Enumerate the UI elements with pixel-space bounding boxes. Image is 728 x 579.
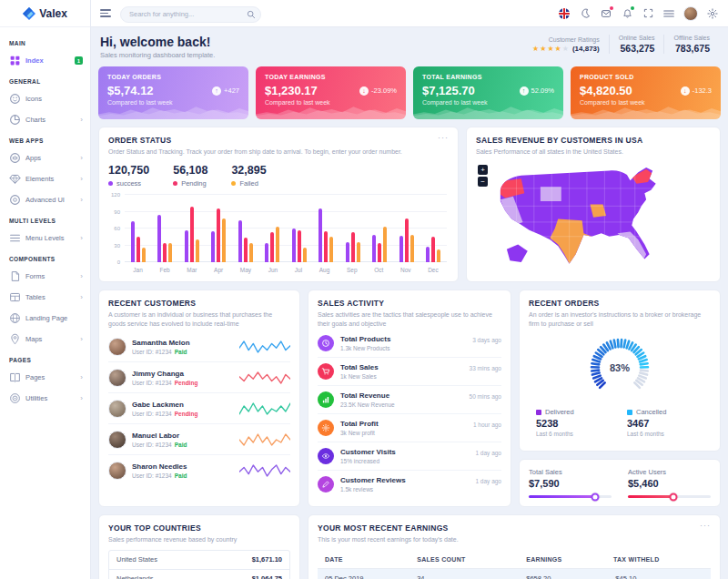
legend-label: Failed bbox=[239, 179, 258, 188]
map-zoom-out-button[interactable]: − bbox=[478, 177, 488, 187]
sidebar-item-utilities[interactable]: Utilities› bbox=[0, 388, 90, 409]
clock-icon bbox=[318, 335, 334, 351]
sidebar-item-charts[interactable]: Charts› bbox=[0, 109, 90, 130]
earnings-table-row: 05 Dec 201934$658.20-$45.10 bbox=[318, 568, 711, 579]
page-title: Hi, welcome back! bbox=[100, 35, 215, 49]
chevron-right-icon: › bbox=[80, 154, 83, 162]
fullscreen-icon[interactable] bbox=[642, 7, 654, 20]
activity-subtitle: 15% increased bbox=[340, 458, 469, 464]
sidebar-item-label: Advanced UI bbox=[25, 196, 76, 204]
sidebar-item-maps[interactable]: Maps› bbox=[0, 329, 90, 350]
sidebar-item-advanced-ui[interactable]: Advanced UI› bbox=[0, 189, 90, 210]
sidebar-item-menu-levels[interactable]: Menu Levels› bbox=[0, 228, 90, 249]
messages-icon[interactable] bbox=[600, 7, 612, 20]
dark-mode-icon[interactable] bbox=[579, 7, 592, 20]
activity-subtitle: 1.3k New Products bbox=[340, 345, 466, 351]
bar-failed bbox=[437, 249, 440, 262]
recent-earnings-title: YOUR MOST RECENT EARNINGS bbox=[318, 523, 711, 533]
slider-handle[interactable] bbox=[670, 493, 678, 501]
legend-head: Delivered bbox=[536, 408, 620, 416]
slider-fill bbox=[628, 495, 673, 498]
sidebar-item-icons[interactable]: Icons bbox=[0, 88, 90, 109]
earnings-table: DATESALES COUNTEARNINGSTAX WITHELD 05 De… bbox=[318, 551, 711, 579]
customer-user-id: User ID: #1234Paid bbox=[132, 472, 234, 479]
customer-info: Jimmy ChangaUser ID: #1234Pending bbox=[132, 370, 234, 386]
sidebar-item-index[interactable]: Index1 bbox=[0, 50, 90, 71]
sidebar-toggle-icon[interactable] bbox=[100, 9, 111, 17]
main-content: Hi, welcome back! Sales monitoring dashb… bbox=[91, 27, 728, 579]
order-status-stat-pending: 56,108Pending bbox=[173, 164, 207, 188]
map-zoom-in-button[interactable]: + bbox=[478, 165, 488, 175]
slider-handle[interactable] bbox=[591, 493, 599, 501]
sales-activity-subtitle: Sales activities are the tactics that sa… bbox=[318, 310, 501, 328]
settings-gear-icon[interactable] bbox=[706, 7, 719, 20]
bar-pending bbox=[190, 207, 194, 263]
language-flag-icon[interactable] bbox=[558, 7, 571, 20]
sidebar-item-badge: 1 bbox=[75, 56, 83, 65]
menu-icon[interactable] bbox=[662, 7, 675, 20]
stat-card-change-badge: ↓-132.3 bbox=[681, 86, 712, 96]
stat-card-1[interactable]: TODAY ORDERS$5,74.12↑+427Compared to las… bbox=[98, 66, 248, 119]
activity-info: Total Products1.3k New Products bbox=[340, 335, 466, 351]
sidebar-item-pages[interactable]: Pages› bbox=[0, 367, 90, 388]
apps-icon bbox=[9, 152, 21, 164]
user-avatar[interactable] bbox=[683, 6, 698, 21]
legend-dot bbox=[231, 181, 236, 186]
activity-list-item: Customer Visits15% increased1 day ago bbox=[318, 442, 501, 471]
chevron-right-icon: › bbox=[80, 293, 83, 301]
stat-card-title: TODAY ORDERS bbox=[107, 74, 239, 80]
usa-map[interactable]: + − bbox=[476, 161, 711, 269]
sliders-row: Total Sales$7,590Active Users$5,460 bbox=[529, 468, 711, 498]
recent-orders-subtitle: An order is an investor's instructions t… bbox=[529, 310, 711, 328]
notifications-icon[interactable] bbox=[621, 7, 633, 20]
bar-group-jul bbox=[292, 195, 307, 262]
recent-earnings-more-icon[interactable]: ··· bbox=[700, 523, 711, 528]
customer-info: Samantha MelonUser ID: #1234Paid bbox=[132, 339, 234, 355]
sidebar-section-title: MAIN bbox=[0, 33, 90, 50]
search-icon[interactable] bbox=[247, 6, 256, 23]
stat-card-3[interactable]: TOTAL EARNINGS$7,125.70↑52.09%Compared t… bbox=[413, 66, 563, 119]
recent-orders-title: RECENT ORDERS bbox=[529, 299, 711, 308]
recent-customers-card: RECENT CUSTOMERS A customer is an indivi… bbox=[98, 290, 300, 507]
globe-icon bbox=[9, 312, 21, 324]
bar-pending bbox=[351, 232, 355, 263]
earnings-tax-cell: -$45.10 bbox=[606, 568, 711, 579]
activity-time: 33 mins ago bbox=[470, 365, 501, 371]
search-input[interactable] bbox=[120, 6, 261, 23]
map-region-alaska[interactable] bbox=[507, 245, 528, 262]
sidebar-item-landing-page[interactable]: Landing Page bbox=[0, 308, 90, 329]
bar-group-mar bbox=[185, 195, 199, 262]
earnings-date-cell: 05 Dec 2019 bbox=[318, 568, 410, 579]
sidebar-section-title: GENERAL bbox=[0, 71, 90, 88]
stat-card-4[interactable]: PRODUCT SOLD$4,820.50↓-132.3Compared to … bbox=[571, 66, 721, 119]
sidebar-item-elements[interactable]: Elements› bbox=[0, 168, 90, 189]
order-status-more-icon[interactable]: ··· bbox=[438, 135, 449, 140]
customer-user-id: User ID: #1234Pending bbox=[132, 380, 234, 386]
sidebar-item-apps[interactable]: Apps› bbox=[0, 147, 90, 168]
y-tick-label: 30 bbox=[114, 243, 120, 249]
activity-time: 1 day ago bbox=[475, 478, 501, 484]
stat-card-2[interactable]: TODAY EARNINGS$1,230.17↓-23.09%Compared … bbox=[256, 66, 406, 119]
bar-failed bbox=[196, 239, 199, 262]
chevron-right-icon: › bbox=[80, 394, 83, 402]
stat-card-change-badge: ↑+427 bbox=[212, 86, 239, 96]
customer-name: Sharon Needles bbox=[132, 462, 234, 471]
sidebar-item-tables[interactable]: Tables› bbox=[0, 287, 90, 308]
sidebar-item-forms[interactable]: Forms› bbox=[0, 266, 90, 287]
top-countries-title: YOUR TOP COUNTRIES bbox=[108, 523, 290, 533]
top-countries-card: YOUR TOP COUNTRIES Sales performance rev… bbox=[98, 514, 300, 579]
activity-info: Customer Reviews1.5k reviews bbox=[340, 476, 469, 493]
x-tick-label: Jun bbox=[268, 267, 278, 273]
slider-track[interactable] bbox=[529, 495, 612, 498]
activity-subtitle: 1k New Sales bbox=[340, 373, 463, 380]
map-region-wyoming[interactable] bbox=[541, 188, 561, 202]
app-logo[interactable]: Valex bbox=[0, 0, 90, 27]
customer-list-item: Samantha MelonUser ID: #1234Paid bbox=[108, 331, 290, 362]
bar-failed bbox=[249, 243, 253, 262]
x-tick-label: Nov bbox=[400, 267, 411, 273]
x-tick-label: Jul bbox=[295, 267, 302, 273]
disc-icon bbox=[9, 194, 21, 206]
earnings-column-header: TAX WITHELD bbox=[606, 551, 711, 569]
recent-customers-subtitle: A customer is an individual or business … bbox=[108, 310, 290, 328]
slider-track[interactable] bbox=[628, 495, 711, 498]
